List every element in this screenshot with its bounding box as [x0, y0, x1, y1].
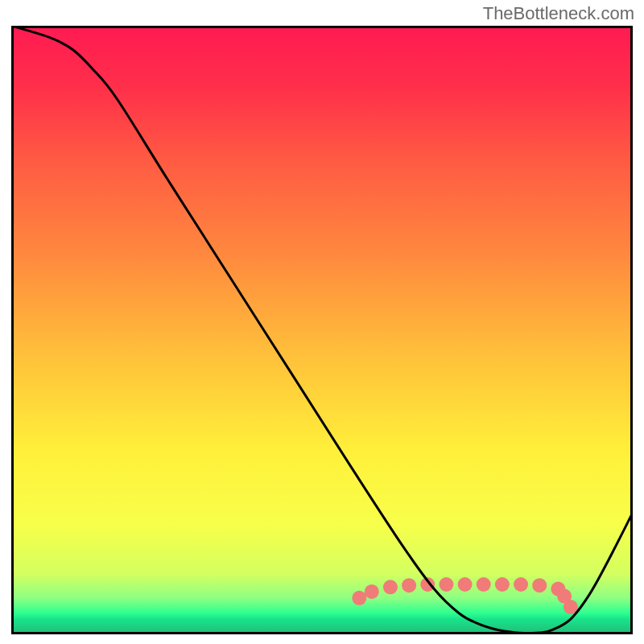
- attribution-text: TheBottleneck.com: [483, 3, 634, 24]
- plot-background: [11, 26, 633, 634]
- marker-dot: [514, 577, 528, 592]
- marker-dot: [352, 591, 366, 605]
- marker-dot: [383, 580, 398, 594]
- marker-dot: [458, 577, 473, 592]
- bottleneck-curve-chart: [0, 0, 644, 644]
- marker-dot: [365, 584, 379, 599]
- chart-container: TheBottleneck.com: [0, 0, 644, 644]
- marker-dot: [477, 577, 491, 592]
- marker-dot: [439, 577, 453, 592]
- marker-dot: [495, 577, 510, 592]
- marker-dot: [402, 578, 416, 592]
- marker-dot: [532, 578, 547, 592]
